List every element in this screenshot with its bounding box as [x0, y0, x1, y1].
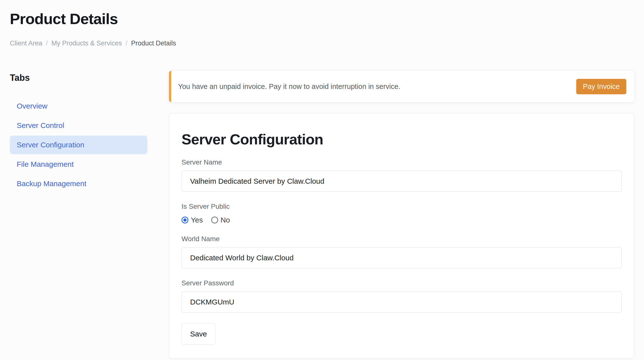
world-name-input[interactable] [182, 247, 622, 268]
sidebar-item-server-control[interactable]: Server Control [10, 116, 147, 135]
radio-no-label: No [220, 216, 230, 224]
product-details-page: Product Details Client Area / My Product… [0, 0, 644, 358]
radio-option-yes[interactable]: Yes [182, 216, 203, 224]
breadcrumb-client-area[interactable]: Client Area [10, 40, 42, 47]
server-name-field: Server Name [182, 158, 622, 192]
breadcrumb-separator: / [126, 40, 128, 47]
server-password-label: Server Password [182, 279, 622, 287]
breadcrumb-current: Product Details [131, 40, 176, 47]
tab-nav: Overview Server Control Server Configura… [10, 97, 169, 193]
is-server-public-field: Is Server Public Yes No [182, 202, 622, 224]
is-server-public-label: Is Server Public [182, 202, 622, 210]
radio-yes-label: Yes [191, 216, 203, 224]
radio-yes[interactable] [182, 216, 188, 224]
pay-invoice-button[interactable]: Pay Invoice [576, 79, 626, 94]
server-configuration-card: Server Configuration Server Name Is Serv… [169, 114, 634, 358]
radio-no[interactable] [211, 216, 218, 224]
main-content: You have an unpaid invoice. Pay it now t… [169, 71, 634, 358]
server-name-input[interactable] [182, 171, 622, 192]
content-layout: Tabs Overview Server Control Server Conf… [10, 71, 634, 358]
world-name-label: World Name [182, 235, 622, 243]
radio-option-no[interactable]: No [211, 216, 230, 224]
sidebar-item-overview[interactable]: Overview [10, 97, 147, 116]
save-button[interactable]: Save [182, 324, 216, 344]
world-name-field: World Name [182, 235, 622, 268]
page-title: Product Details [10, 10, 634, 28]
breadcrumb: Client Area / My Products & Services / P… [10, 40, 634, 47]
breadcrumb-my-products-services[interactable]: My Products & Services [52, 40, 122, 47]
tabs-sidebar: Tabs Overview Server Control Server Conf… [10, 71, 169, 194]
server-name-label: Server Name [182, 158, 622, 166]
sidebar-item-server-configuration[interactable]: Server Configuration [10, 136, 147, 154]
breadcrumb-separator: / [46, 40, 48, 47]
server-password-field: Server Password [182, 279, 622, 312]
sidebar-item-backup-management[interactable]: Backup Management [10, 174, 147, 193]
is-server-public-radio-group: Yes No [182, 216, 622, 224]
server-configuration-heading: Server Configuration [182, 132, 622, 148]
unpaid-invoice-alert: You have an unpaid invoice. Pay it now t… [169, 71, 634, 102]
server-password-input[interactable] [182, 292, 622, 312]
alert-message: You have an unpaid invoice. Pay it now t… [178, 82, 576, 90]
sidebar-item-file-management[interactable]: File Management [10, 155, 147, 174]
sidebar-heading: Tabs [10, 73, 169, 83]
